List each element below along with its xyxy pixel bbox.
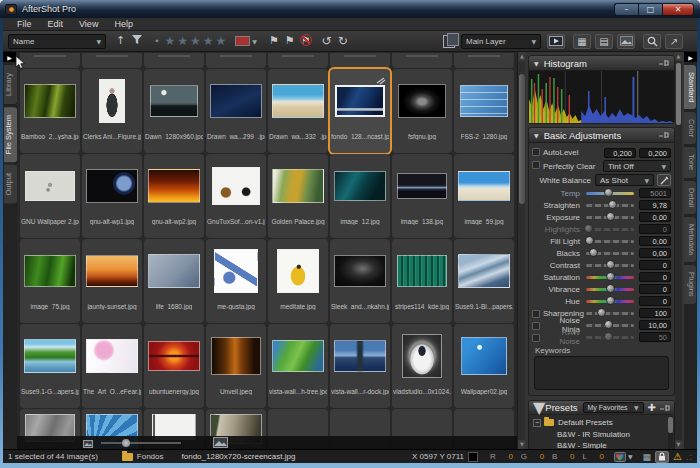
- thumbnail-cell-partial[interactable]: [330, 53, 390, 68]
- thumbnail-cell[interactable]: Dawn_1280x960.jpg: [144, 69, 204, 153]
- thumbnail-cell[interactable]: Suse9.1-G...apers.jpg: [20, 324, 80, 408]
- thumbnail-image[interactable]: [86, 255, 138, 287]
- thumbnail-image[interactable]: [24, 339, 76, 373]
- contrast-value[interactable]: 0: [639, 260, 671, 270]
- thumbnail-cell[interactable]: meditate.jpg: [268, 239, 328, 323]
- saturation-slider[interactable]: [586, 276, 634, 279]
- thumbnail-image[interactable]: [460, 85, 508, 117]
- thumbnail-cell[interactable]: gnu-alt-wp2.jpg: [144, 154, 204, 238]
- thumbnail-image[interactable]: [277, 249, 319, 293]
- star-4-icon[interactable]: ★: [203, 34, 214, 48]
- thumbnail-cell[interactable]: ubuntuenergy.jpg: [144, 324, 204, 408]
- highlights-value[interactable]: 0: [639, 224, 671, 234]
- thumbnail-image[interactable]: [334, 171, 386, 201]
- thumbnail-cell[interactable]: Wallpaper02.jpg: [454, 324, 514, 408]
- histogram-header[interactable]: ▼ Histogram: [529, 56, 674, 71]
- thumbnail-image[interactable]: [212, 167, 260, 205]
- thumbnail-cell[interactable]: image_59.jpg: [454, 154, 514, 238]
- thumbnail-cell[interactable]: stripes114_kde.jpg: [392, 239, 452, 323]
- exposure-slider[interactable]: [586, 216, 634, 219]
- add-preset-icon[interactable]: ✚: [648, 402, 656, 413]
- thumbnail-cell[interactable]: Drawn_wa...332_.jpg: [268, 69, 328, 153]
- thumbnail-size-handle[interactable]: [122, 439, 130, 447]
- layer-select[interactable]: Main Layer ▼: [461, 34, 541, 49]
- thumbnail-image[interactable]: [148, 169, 200, 203]
- tab-tone[interactable]: Tone: [684, 147, 696, 177]
- hue-handle[interactable]: [606, 296, 615, 305]
- thumbnail-cell[interactable]: image_138.jpg: [392, 154, 452, 238]
- thumbnail-cell[interactable]: GNU Wallpaper 2.jpg: [20, 154, 80, 238]
- image-view-icon[interactable]: [617, 34, 635, 49]
- thumbnail-image[interactable]: [402, 334, 442, 378]
- collapse-right-panel-icon[interactable]: ▶: [684, 52, 697, 62]
- tab-color[interactable]: Color: [684, 112, 696, 144]
- flag-checkered-icon[interactable]: ⚑: [285, 32, 295, 50]
- panel-scrollbar-thumb[interactable]: [676, 63, 681, 125]
- minimize-button[interactable]: –: [614, 3, 638, 16]
- thumbnail-cell[interactable]: The_Art_O...eFear.jpg: [82, 324, 142, 408]
- panel-scrollbar[interactable]: ▲ ▼: [675, 52, 682, 449]
- noise-ninja-value[interactable]: 10,00: [639, 320, 671, 330]
- tab-detail[interactable]: Detail: [684, 181, 696, 214]
- raw-noise-value[interactable]: 50: [639, 332, 671, 342]
- color-management-icon[interactable]: ▼: [614, 452, 633, 462]
- menu-item-help[interactable]: Help: [106, 18, 141, 31]
- saturation-handle[interactable]: [606, 272, 615, 281]
- thumbnail-image[interactable]: [461, 337, 507, 375]
- perfectly-clear-checkbox[interactable]: [532, 161, 540, 169]
- straighten-handle[interactable]: [608, 200, 617, 209]
- thumbnail-cell[interactable]: Unveil.jpeg: [206, 324, 266, 408]
- noise-ninja-slider[interactable]: [586, 324, 634, 327]
- menu-item-file[interactable]: File: [9, 18, 40, 31]
- raw-noise-checkbox[interactable]: [532, 334, 540, 342]
- preset-folder-row[interactable]: −Default Presets: [533, 417, 666, 428]
- tab-standard[interactable]: Standard: [684, 65, 696, 109]
- hue-value[interactable]: 0: [639, 296, 671, 306]
- sharpening-handle[interactable]: [597, 308, 606, 317]
- exposure-value[interactable]: 0,00: [639, 212, 671, 222]
- raw-noise-slider[interactable]: [586, 336, 634, 339]
- thumbnail-image[interactable]: [99, 79, 125, 123]
- menu-item-edit[interactable]: Edit: [40, 18, 72, 31]
- blacks-handle[interactable]: [589, 248, 598, 257]
- magnifier-icon[interactable]: [643, 34, 661, 49]
- maximize-button[interactable]: □: [638, 3, 662, 16]
- star-2-icon[interactable]: ★: [177, 34, 188, 48]
- rotate-ccw-icon[interactable]: ↺: [322, 32, 332, 50]
- vibrance-handle[interactable]: [606, 284, 615, 293]
- current-folder[interactable]: Fondos: [137, 452, 164, 461]
- tab-metadata[interactable]: Metadata: [684, 217, 696, 262]
- thumbnail-size-slider[interactable]: [101, 442, 181, 444]
- straighten-slider[interactable]: [586, 204, 634, 207]
- color-label-dropdown-icon[interactable]: ▼: [252, 38, 257, 45]
- grid-scrollbar[interactable]: ▲ ▼: [517, 52, 525, 449]
- thumbnail-image[interactable]: [24, 84, 76, 118]
- sharpening-slider[interactable]: [586, 312, 634, 315]
- thumbnail-cell[interactable]: Golden Palace.jpg: [268, 154, 328, 238]
- thumbnail-image[interactable]: [334, 255, 386, 287]
- star-3-icon[interactable]: ★: [190, 34, 201, 48]
- thumbnail-cell[interactable]: Suse9.1-Bl...papers.jpg: [454, 239, 514, 323]
- filter-icon[interactable]: [131, 32, 143, 50]
- split-view-icon[interactable]: ▤: [595, 34, 613, 49]
- presets-header[interactable]: ▼ Presets My Favorites ▼ ✚: [528, 400, 675, 415]
- lock-icon[interactable]: [655, 451, 669, 463]
- sharpening-value[interactable]: 100: [639, 308, 671, 318]
- thumbnail-image[interactable]: [458, 254, 510, 288]
- fill-light-slider[interactable]: [586, 240, 634, 243]
- thumbnail-image[interactable]: [150, 85, 198, 117]
- thumbnail-cell-partial[interactable]: [206, 53, 266, 68]
- pin-icon[interactable]: [660, 399, 670, 417]
- autolevel-checkbox[interactable]: [532, 148, 540, 156]
- hue-slider[interactable]: [586, 300, 634, 303]
- thumbnail-cell[interactable]: image_12.jpg: [330, 154, 390, 238]
- temp-value[interactable]: 5001: [639, 188, 671, 198]
- panel-scroll-up-icon[interactable]: ▲: [675, 52, 682, 61]
- noise-ninja-handle[interactable]: [604, 320, 613, 329]
- highlights-slider[interactable]: [586, 228, 634, 231]
- autolevel-high-value[interactable]: 0,200: [639, 148, 671, 158]
- thumbnail-image[interactable]: [24, 255, 76, 287]
- fill-light-handle[interactable]: [585, 236, 594, 245]
- saturation-value[interactable]: 0: [639, 272, 671, 282]
- temp-slider[interactable]: [586, 192, 634, 195]
